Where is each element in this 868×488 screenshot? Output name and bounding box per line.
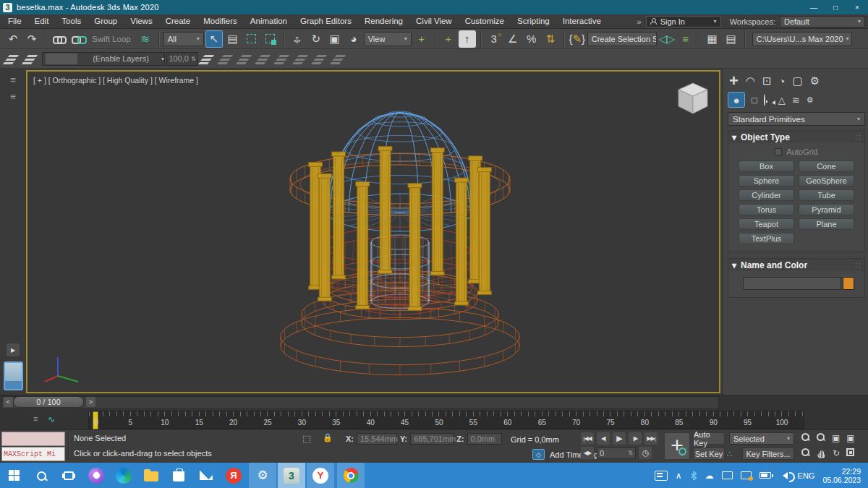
previous-frame-button[interactable]: ◀| — [597, 432, 610, 445]
select-and-scale-button[interactable]: ▣ — [326, 30, 344, 48]
menu-item[interactable]: Scripting — [511, 14, 556, 28]
primitive-button[interactable]: Box — [739, 160, 794, 172]
toggle-scene-explorer-button[interactable]: ▦ — [704, 30, 721, 48]
select-and-rotate-button[interactable]: ↻ — [307, 30, 325, 48]
create-new-layer-icon[interactable] — [23, 50, 41, 67]
time-slider-handle[interactable]: 0 / 100 — [13, 396, 84, 408]
subtab-systems[interactable]: ⚙ — [807, 95, 814, 105]
toggle-layer-explorer-button[interactable]: ▤ — [723, 30, 740, 48]
select-objects-in-layer-icon[interactable] — [275, 50, 292, 67]
selection-lock-icon[interactable]: 🔒 — [323, 433, 333, 442]
select-object-button[interactable]: ↖ — [205, 30, 223, 48]
next-frame-slider-button[interactable]: > — [86, 397, 95, 407]
pan-hand-icon[interactable] — [817, 448, 826, 458]
settings-button[interactable]: ⚙ — [249, 463, 276, 488]
tab-utilities[interactable]: ⚙ — [810, 74, 820, 87]
spinner-snap-toggle-button[interactable]: ⇅ — [542, 30, 559, 48]
primitive-button[interactable]: GeoSphere — [799, 175, 854, 187]
edge-button[interactable] — [110, 463, 137, 488]
layout-tab-expand-button[interactable]: ▶ — [7, 343, 20, 356]
set-key-button[interactable]: Set Key — [693, 448, 725, 460]
primitive-button[interactable]: Tube — [799, 189, 854, 201]
hide-layer-icon[interactable] — [331, 50, 349, 67]
subtab-spacewarps[interactable]: ≋ — [792, 95, 800, 106]
time-configuration-icon[interactable]: ◷ — [639, 447, 652, 459]
select-and-link-icon[interactable] — [50, 30, 67, 48]
menu-item[interactable]: Animation — [244, 14, 294, 28]
maximize-viewport-toggle-icon[interactable] — [846, 448, 854, 456]
menu-item[interactable]: Modifiers — [197, 14, 244, 28]
menu-item[interactable]: Graph Editors — [294, 14, 358, 28]
sign-in-button[interactable]: Sign In ▾ — [646, 16, 721, 27]
task-view-button[interactable] — [55, 463, 82, 488]
redo-button[interactable]: ↷ — [23, 30, 41, 48]
select-and-place-button[interactable]: ◕ — [345, 30, 362, 48]
primitive-button[interactable]: Pyramid — [799, 204, 854, 215]
timeline-ruler[interactable]: 0510152025303540455055606570758085909510… — [88, 411, 804, 429]
rectangular-selection-region-icon[interactable] — [243, 30, 260, 48]
key-filters-button[interactable]: Key Filters... — [742, 448, 794, 460]
file-explorer-button[interactable] — [137, 463, 165, 488]
subtab-geometry[interactable]: ● — [728, 92, 745, 108]
select-and-manipulate-button[interactable]: + — [440, 30, 457, 48]
volume-icon[interactable] — [779, 472, 788, 479]
onedrive-cloud-icon[interactable]: ☁ — [705, 471, 714, 481]
named-selection-sets-dropdown[interactable]: Create Selection Se ▾ — [587, 32, 657, 46]
primitive-button[interactable]: Cylinder — [739, 189, 794, 201]
menu-item[interactable]: Views — [124, 14, 158, 28]
zoom-extents-icon[interactable]: ▣ — [832, 433, 840, 443]
minimize-button[interactable]: — — [803, 0, 825, 14]
viewport-layout-list-icon-2[interactable]: ≡ — [0, 91, 26, 102]
curve-icon[interactable]: ∿ — [48, 414, 55, 424]
workspace-dropdown[interactable]: Default ▾ — [780, 16, 865, 27]
menu-item[interactable]: Edit — [28, 14, 56, 28]
keyboard-shortcut-override-button[interactable]: ↑ — [459, 30, 476, 48]
freeze-layer-icon[interactable] — [312, 50, 330, 67]
unlink-selection-icon[interactable] — [69, 30, 86, 48]
layer-list-dropdown[interactable]: (Enable Layers) ▾ — [42, 52, 165, 66]
menu-item[interactable]: Interactive — [556, 14, 608, 28]
display-notification-icon[interactable] — [741, 471, 752, 479]
3dsmax-taskbar-button[interactable]: 3 — [278, 463, 305, 488]
x-coordinate-field[interactable]: 15,544mm — [357, 433, 397, 445]
z-coordinate-field[interactable]: 0,0mm — [467, 433, 502, 445]
go-to-end-button[interactable]: ▶▶| — [644, 432, 658, 445]
key-mode-dropdown[interactable]: Selected ▾ — [729, 432, 794, 445]
auto-key-button[interactable]: Auto Key — [693, 432, 725, 445]
zoom-icon[interactable] — [801, 433, 810, 442]
key-mode-toggle-button[interactable]: ◀▶ — [581, 447, 594, 459]
zoom-extents-all-icon[interactable]: ▣ — [846, 433, 854, 443]
edit-named-selection-sets-button[interactable]: {✎} — [569, 30, 586, 48]
menu-item[interactable]: Tools — [55, 14, 88, 28]
object-name-input[interactable] — [743, 277, 841, 290]
select-and-move-button[interactable] — [289, 30, 306, 48]
next-frame-button[interactable]: |▶ — [629, 432, 642, 445]
battery-icon[interactable] — [760, 472, 771, 479]
use-center-flyout-icon[interactable]: + — [413, 30, 430, 48]
mini-curve-editor-icon[interactable]: ≡ — [33, 414, 38, 423]
primitive-button[interactable]: Torus — [739, 204, 794, 215]
reference-coordinate-dropdown[interactable]: View ▾ — [364, 32, 412, 46]
subtab-shapes[interactable]: □ — [752, 95, 757, 106]
alice-assistant-button[interactable] — [82, 463, 110, 488]
maxscript-mini-listener-white[interactable]: MAXScript Mi — [1, 447, 65, 461]
object-type-rollout-header[interactable]: ▾ Object Type ∷ — [728, 131, 864, 143]
maxscript-mini-listener-pink[interactable] — [1, 432, 65, 446]
menu-item[interactable]: Civil View — [409, 14, 459, 28]
view-cube[interactable] — [676, 80, 710, 116]
select-by-name-button[interactable]: ▤ — [224, 30, 242, 48]
layer-spinner[interactable]: 100,0 ⇅ — [166, 52, 198, 66]
percent-snap-toggle-button[interactable]: % — [523, 30, 540, 48]
tab-modify[interactable]: ◠ — [746, 74, 755, 87]
menu-item[interactable]: File — [1, 14, 28, 28]
layer-explorer-icon[interactable] — [4, 50, 22, 67]
primitive-button[interactable]: TextPlus — [739, 233, 794, 244]
undo-button[interactable]: ↶ — [4, 30, 22, 48]
tab-display[interactable]: ▢ — [793, 74, 803, 87]
close-button[interactable]: × — [846, 0, 868, 14]
window-crossing-toggle-icon[interactable] — [262, 30, 279, 48]
set-keys-button[interactable]: + — [664, 432, 690, 460]
add-selection-to-layer-icon[interactable] — [218, 50, 236, 67]
menu-item[interactable]: Create — [159, 14, 197, 28]
bluetooth-icon[interactable] — [690, 471, 697, 481]
